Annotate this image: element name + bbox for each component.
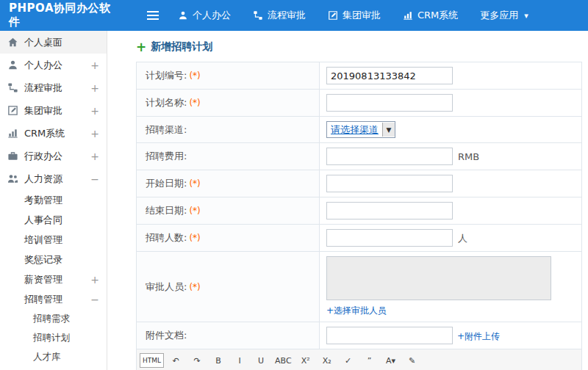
sidebar-item-label: 培训管理 [24, 233, 62, 247]
expand-plus-icon[interactable]: + [90, 83, 99, 93]
expand-plus-icon[interactable]: + [90, 275, 99, 285]
form-row-headcount: 招聘人数:(*) 人 [137, 225, 582, 252]
page-title: + 新增招聘计划 [136, 40, 588, 54]
sidebar-item-recruitment-plan[interactable]: 招聘计划 [0, 328, 107, 347]
required-mark: (*) [189, 282, 200, 292]
collapse-minus-icon[interactable]: − [90, 294, 99, 305]
headcount-input[interactable] [326, 229, 453, 247]
sidebar-item-label: 集团审批 [24, 104, 62, 117]
editor-html-mode-button[interactable]: HTML [140, 353, 164, 368]
workflow-icon [7, 82, 19, 94]
attachment-input[interactable] [326, 327, 453, 344]
chevron-down-icon: ▾ [524, 11, 528, 21]
expand-plus-icon[interactable]: + [90, 60, 99, 70]
required-mark: (*) [189, 178, 200, 189]
field-label: 审批人员: [146, 281, 187, 292]
fee-input[interactable] [326, 148, 453, 165]
sidebar-item-label: 招聘需求 [33, 313, 70, 325]
field-label: 招聘人数: [146, 232, 187, 243]
app-window: PHPOA协同办公软件 个人办公 流程审批 集团审批 CRM系统 更多应用 ▾ [0, 0, 588, 370]
form-row-editor: HTML ↶↷BIUABCX²X₂✓”A▾✎ 自定义标题 ▾段落格式 ▾字体 ▾… [137, 349, 582, 370]
editor-toolbar-button[interactable]: ↷ [187, 352, 207, 369]
sidebar-item-crm[interactable]: CRM系统 + [0, 122, 107, 145]
channel-select-value: 请选择渠道 [327, 123, 382, 137]
top-navigation: 个人办公 流程审批 集团审批 CRM系统 更多应用 ▾ [178, 9, 528, 22]
sidebar-item-label: 奖惩记录 [24, 253, 62, 266]
nav-more-apps[interactable]: 更多应用 ▾ [480, 9, 528, 22]
recruitment-plan-form: 计划编号:(*) 计划名称:(*) 招聘渠道: 请选择渠道 ▼ [136, 62, 582, 370]
sidebar-item-attendance[interactable]: 考勤管理 [0, 190, 107, 210]
sidebar-item-label: 招聘计划 [33, 332, 70, 344]
hamburger-menu-icon[interactable] [147, 11, 159, 20]
sidebar-item-workflow-approval[interactable]: 流程审批 + [0, 76, 107, 99]
sidebar-item-label: 行政办公 [24, 150, 62, 163]
editor-toolbar-button[interactable]: X² [296, 352, 315, 369]
attachment-upload-link[interactable]: +附件上传 [457, 331, 500, 341]
editor-toolbar-button[interactable]: I [230, 352, 249, 369]
collapse-minus-icon[interactable]: − [90, 174, 99, 184]
unit-suffix: 人 [458, 233, 467, 244]
nav-workflow-approval[interactable]: 流程审批 [253, 9, 306, 22]
end-date-input[interactable] [326, 202, 453, 220]
nav-group-approval[interactable]: 集团审批 [328, 9, 381, 22]
editor-toolbar-button[interactable]: ✓ [339, 352, 358, 369]
editor-toolbar-button[interactable]: ↶ [166, 352, 185, 369]
form-row-plan-name: 计划名称:(*) [137, 90, 582, 117]
required-mark: (*) [189, 206, 200, 216]
sidebar-item-training[interactable]: 培训管理 [0, 230, 107, 250]
sidebar-item-label: 个人桌面 [24, 36, 62, 49]
editor-toolbar-button[interactable]: ABC [273, 352, 294, 369]
nav-label: 更多应用 [480, 9, 518, 22]
sidebar-item-label: CRM系统 [24, 127, 65, 140]
nav-crm-system[interactable]: CRM系统 [403, 9, 458, 22]
form-row-end-date: 结束日期:(*) [137, 197, 582, 225]
editor-toolbar-button[interactable]: X₂ [318, 352, 337, 369]
sidebar-item-group-approval[interactable]: 集团审批 + [0, 99, 107, 122]
select-approvers-link[interactable]: +选择审批人员 [326, 305, 575, 317]
field-label: 附件文档: [146, 330, 187, 341]
sidebar-item-label: 流程审批 [24, 81, 62, 95]
person-icon [7, 59, 19, 71]
approvers-textarea[interactable] [326, 256, 551, 300]
expand-plus-icon[interactable]: + [90, 128, 99, 139]
sidebar-item-talent-pool[interactable]: 人才库 [0, 347, 107, 366]
person-icon [178, 10, 188, 21]
form-row-fee: 招聘费用: RMB [137, 143, 582, 170]
sidebar-item-hr-contracts[interactable]: 人事合同 [0, 210, 107, 230]
topbar: PHPOA协同办公软件 个人办公 流程审批 集团审批 CRM系统 更多应用 ▾ [0, 0, 588, 31]
sidebar-item-admin-office[interactable]: 行政办公 + [0, 145, 107, 167]
field-label: 计划编号: [146, 70, 187, 81]
nav-label: 集团审批 [343, 9, 381, 22]
editor-toolbar-button[interactable]: B [209, 352, 228, 369]
start-date-input[interactable] [326, 175, 453, 192]
expand-plus-icon[interactable]: + [90, 151, 99, 162]
channel-select[interactable]: 请选择渠道 ▼ [326, 121, 395, 138]
sidebar-item-recruitment-mgmt[interactable]: 招聘管理 − [0, 289, 107, 309]
sidebar-item-label: 招聘管理 [24, 293, 62, 306]
field-label: 招聘渠道: [146, 124, 187, 135]
plan-number-input[interactable] [326, 67, 453, 84]
nav-label: 个人办公 [193, 9, 231, 22]
form-row-approvers: 审批人员:(*) +选择审批人员 [137, 252, 582, 322]
sidebar-item-personal-office[interactable]: 个人办公 + [0, 54, 107, 76]
expand-plus-icon[interactable]: + [90, 106, 99, 116]
sidebar-item-payroll[interactable]: 薪资管理 + [0, 269, 107, 289]
field-label: 开始日期: [146, 178, 187, 189]
sidebar-item-human-resources[interactable]: 人力资源 − [0, 167, 107, 190]
briefcase-icon [7, 150, 19, 162]
sidebar-item-recruitment-needs[interactable]: 招聘需求 [0, 309, 107, 328]
editor-toolbar-button[interactable]: U [251, 352, 270, 369]
nav-label: 流程审批 [268, 9, 306, 22]
sidebar-item-label: 个人办公 [24, 59, 62, 72]
sidebar-item-personal-desktop[interactable]: 个人桌面 [0, 31, 107, 54]
field-label: 计划名称: [146, 97, 187, 108]
editor-toolbar-button[interactable]: ✎ [403, 352, 422, 369]
required-mark: (*) [189, 233, 200, 243]
sidebar-item-rewards[interactable]: 奖惩记录 [0, 250, 107, 269]
nav-personal-office[interactable]: 个人办公 [178, 9, 231, 22]
dropdown-arrow-icon: ▼ [382, 123, 395, 137]
editor-toolbar-button[interactable]: ” [360, 352, 379, 369]
plan-name-input[interactable] [326, 94, 453, 112]
sidebar-item-label: 人力资源 [24, 173, 62, 186]
editor-toolbar-button[interactable]: A▾ [381, 352, 401, 369]
